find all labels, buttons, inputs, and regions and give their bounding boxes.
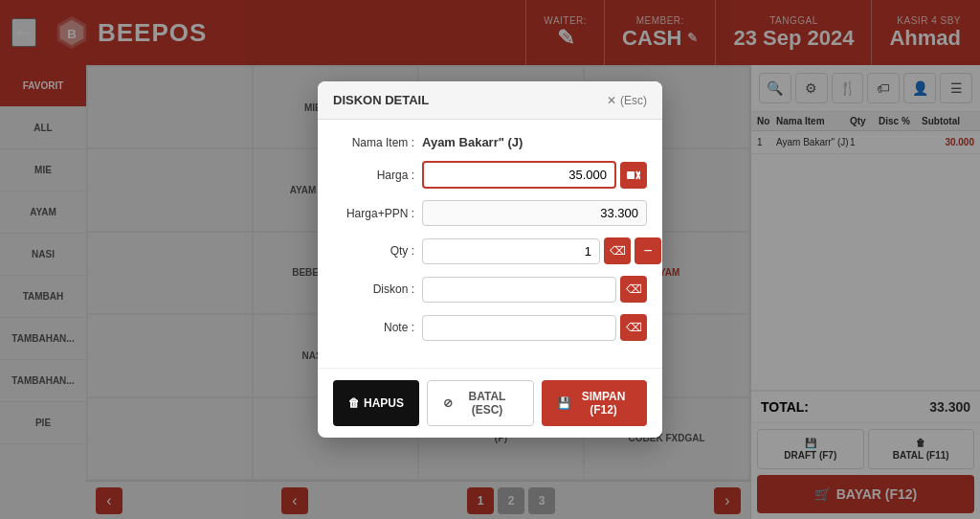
- modal-overlay: DISKON DETAIL ✕ (Esc) Nama Item : Ayam B…: [0, 0, 980, 519]
- qty-minus-button[interactable]: −: [635, 237, 661, 264]
- note-label: Note :: [333, 321, 414, 334]
- modal-body: Nama Item : Ayam Bakarr" (J) Harga :: [318, 120, 662, 368]
- simpan-button[interactable]: 💾 SIMPAN (F12): [542, 380, 647, 426]
- harga-input[interactable]: [422, 161, 616, 189]
- form-row-qty: Qty : ⌫ − +: [333, 237, 647, 264]
- hapus-label: HAPUS: [364, 396, 404, 410]
- qty-clear-button[interactable]: ⌫: [604, 237, 631, 264]
- simpan-icon: 💾: [557, 396, 571, 410]
- diskon-wrap: ⌫: [422, 276, 647, 303]
- svg-rect-3: [627, 171, 635, 179]
- note-input[interactable]: [422, 315, 616, 341]
- diskon-clear-button[interactable]: ⌫: [620, 276, 647, 303]
- diskon-input[interactable]: [422, 277, 616, 303]
- hapus-button[interactable]: 🗑 HAPUS: [333, 380, 419, 426]
- harga-label: Harga :: [333, 169, 414, 182]
- qty-label: Qty :: [333, 244, 414, 258]
- batal-modal-button[interactable]: ⊘ BATAL (ESC): [427, 380, 534, 426]
- hapus-icon: 🗑: [348, 396, 360, 410]
- nama-item-value: Ayam Bakarr" (J): [422, 135, 523, 149]
- harga-ppn-wrap: [422, 200, 647, 226]
- clear-icon: [627, 170, 640, 180]
- form-row-harga: Harga :: [333, 161, 647, 189]
- diskon-detail-modal: DISKON DETAIL ✕ (Esc) Nama Item : Ayam B…: [318, 81, 662, 438]
- harga-clear-button[interactable]: [620, 162, 647, 189]
- harga-ppn-label: Harga+PPN :: [333, 207, 414, 220]
- note-clear-button[interactable]: ⌫: [620, 314, 647, 341]
- batal-modal-label: BATAL (ESC): [457, 390, 518, 417]
- simpan-label: SIMPAN (F12): [575, 390, 632, 417]
- form-row-harga-ppn: Harga+PPN :: [333, 200, 647, 226]
- qty-input[interactable]: [422, 238, 600, 264]
- note-wrap: ⌫: [422, 314, 647, 341]
- esc-label: (Esc): [620, 94, 647, 107]
- nama-item-label: Nama Item :: [333, 136, 414, 149]
- harga-wrap: [422, 161, 647, 189]
- form-row-nama: Nama Item : Ayam Bakarr" (J): [333, 135, 647, 149]
- modal-close-button[interactable]: ✕ (Esc): [607, 94, 647, 107]
- modal-header: DISKON DETAIL ✕ (Esc): [318, 81, 662, 120]
- qty-wrap: ⌫ − +: [422, 237, 662, 264]
- diskon-label: Diskon :: [333, 282, 414, 296]
- batal-modal-icon: ⊘: [443, 396, 453, 410]
- harga-ppn-input: [422, 200, 647, 226]
- close-icon: ✕: [607, 94, 616, 107]
- form-row-note: Note : ⌫: [333, 314, 647, 341]
- form-row-diskon: Diskon : ⌫: [333, 276, 647, 303]
- nama-item-wrap: Ayam Bakarr" (J): [422, 135, 647, 149]
- modal-title: DISKON DETAIL: [333, 93, 429, 107]
- modal-footer: 🗑 HAPUS ⊘ BATAL (ESC) 💾 SIMPAN (F12): [318, 368, 662, 438]
